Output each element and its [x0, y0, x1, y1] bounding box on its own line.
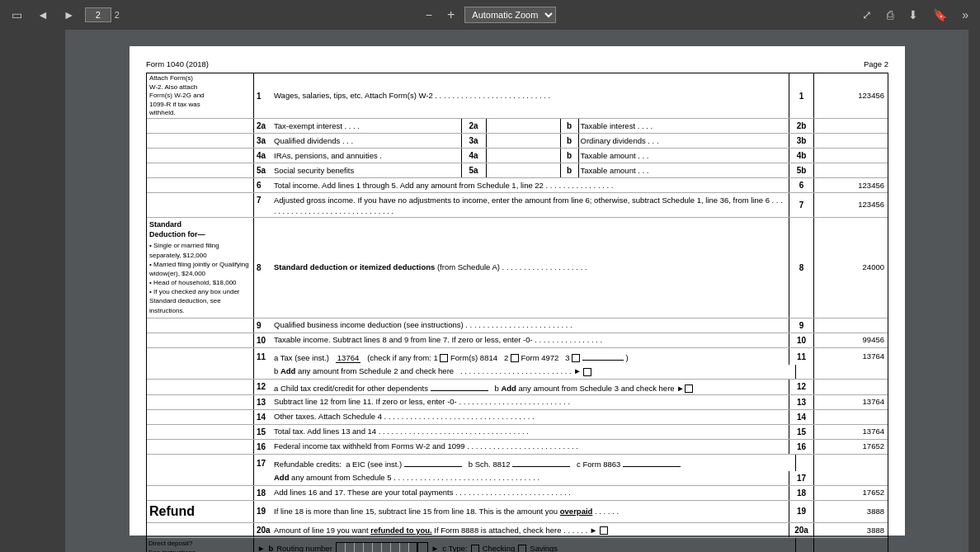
line-amount-14: [813, 410, 888, 424]
line-amount-13: 13764: [813, 395, 888, 409]
line-label-11a: a Tax (see inst.) 13764 (check if any fr…: [272, 349, 789, 364]
line-row-17: 17 Refundable credits: a EIC (see inst.)…: [147, 455, 888, 486]
page-number-input[interactable]: [85, 7, 111, 22]
pdf-page: Form 1040 (2018) Page 2 Attach Form(s)W-…: [130, 46, 905, 535]
line-label-6: Total income. Add lines 1 through 5. Add…: [272, 180, 789, 191]
line-ref-2a: 2a: [461, 119, 486, 133]
line-label-8: Standard deduction or itemized deduction…: [272, 262, 789, 273]
page-header: Form 1040 (2018) Page 2: [146, 59, 888, 69]
line-ref-12: 12: [789, 380, 813, 394]
line-row-9: 9 Qualified business income deduction (s…: [147, 318, 888, 333]
savings-checkbox[interactable]: [518, 545, 526, 552]
std-deduction-box: StandardDeduction for— • Single or marri…: [147, 218, 254, 318]
line-ref-17: 17: [789, 471, 813, 484]
line-label-13: Subtract line 12 from line 11. If zero o…: [272, 396, 789, 408]
line-label-5a: Social security benefits: [272, 165, 461, 177]
zoom-out-button[interactable]: −: [421, 7, 437, 23]
line-row-4: 4a IRAs, pensions, and annuities . 4a b …: [147, 149, 888, 163]
line-label-14: Other taxes. Attach Schedule 4 . . . . .…: [272, 411, 789, 422]
form-title: Form 1040 (2018): [146, 59, 209, 69]
line-row-18: 18 Add lines 16 and 17. These are your t…: [147, 486, 888, 501]
line-ref-8: 8: [789, 218, 813, 318]
line-amount-18: 17652: [813, 486, 888, 500]
line-label-7: Adjusted gross income. If you have no ad…: [272, 195, 789, 217]
line-ref-6: 6: [789, 178, 813, 192]
line-row-13: 13 Subtract line 12 from line 11. If zer…: [147, 395, 888, 410]
line-ref-5a: 5a: [461, 163, 486, 177]
line-amount-17: [813, 471, 888, 484]
line-row-3: 3a Qualified dividends . . . 3a b Ordina…: [147, 134, 888, 149]
line-ref-2b: 2b: [789, 119, 813, 133]
page-total: 2: [115, 10, 120, 20]
more-button[interactable]: »: [957, 7, 973, 23]
left-panel: [0, 30, 66, 552]
line-ref-19: 19: [789, 501, 813, 523]
line-num-10: 10: [254, 335, 272, 346]
line-num-19: 19: [254, 506, 272, 517]
zoom-in-button[interactable]: +: [442, 6, 459, 24]
line-ltr-5b: b: [560, 163, 578, 177]
next-page-button[interactable]: ►: [59, 7, 80, 23]
line-ref-4b: 4b: [789, 149, 813, 163]
line-label-16: Federal income tax withheld from Forms W…: [272, 441, 789, 452]
line-num-16: 16: [254, 441, 272, 452]
line-label-1: Wages, salaries, tips, etc. Attach Form(…: [272, 90, 789, 101]
line-row-20a: 20a Amount of line 19 you want refunded …: [147, 523, 888, 538]
line-amount-12: [813, 380, 888, 394]
line-label-9: Qualified business income deduction (see…: [272, 319, 789, 331]
line-sub-amt-5a: [486, 163, 560, 177]
arrow-b: ►: [257, 544, 265, 552]
line-num-20a: 20a: [254, 525, 272, 535]
line-num-6: 6: [254, 180, 272, 191]
sidebar-toggle-button[interactable]: ▭: [7, 7, 27, 23]
line-ref-20a: 20a: [789, 523, 813, 537]
line-row-5: 5a Social security benefits 5a b Taxable…: [147, 163, 888, 178]
line-row-12: 12 a Child tax credit/credit for other d…: [147, 380, 888, 395]
line-amount-3b: [813, 134, 888, 148]
line-amount-19: 3888: [813, 501, 888, 523]
line-row-7: 7 Adjusted gross income. If you have no …: [147, 193, 888, 218]
line-row-10: 10 Taxable income. Subtract lines 8 and …: [147, 333, 888, 348]
line-amount-6: 123456: [813, 178, 888, 192]
line-label-4a: IRAs, pensions, and annuities .: [272, 150, 461, 162]
zoom-select[interactable]: Automatic Zoom Actual Size Page Fit 50% …: [464, 7, 556, 23]
line-amount-8: 24000: [813, 218, 888, 318]
line-label-3b: Ordinary dividends . . .: [578, 134, 789, 148]
line-num-2a: 2a: [254, 120, 272, 131]
line-row-8: StandardDeduction for— • Single or marri…: [147, 218, 888, 318]
line-num-1: 1: [254, 91, 272, 101]
line-num-9: 9: [254, 320, 272, 331]
line-num-15: 15: [254, 427, 272, 437]
line-num-18: 18: [254, 488, 272, 498]
checking-checkbox[interactable]: [471, 545, 479, 552]
line-amount-11: 13764: [813, 348, 888, 365]
line-label-3a: Qualified dividends . . .: [272, 135, 461, 147]
line-amount-4b: [813, 149, 888, 163]
print-button[interactable]: ⎙: [882, 7, 898, 23]
line-label-15: Total tax. Add lines 13 and 14 . . . . .…: [272, 426, 789, 437]
line-num-3a: 3a: [254, 135, 272, 146]
line-sub-amt-3a: [486, 134, 560, 148]
prev-page-button[interactable]: ◄: [32, 7, 54, 23]
line-num-5a: 5a: [254, 165, 272, 176]
savings-label: Savings: [530, 544, 558, 552]
line-ref-5b: 5b: [789, 163, 813, 177]
line-ref-4a: 4a: [461, 149, 486, 163]
line-amount-10: 99456: [813, 333, 888, 347]
download-button[interactable]: ⬇: [903, 7, 923, 23]
page-container[interactable]: Form 1040 (2018) Page 2 Attach Form(s)W-…: [66, 30, 968, 552]
line-num-8: 8: [254, 262, 272, 273]
line-num-14: 14: [254, 412, 272, 422]
line-label-5b: Taxable amount . . .: [578, 163, 789, 177]
direct-deposit-note: Direct deposit?See instructions.: [147, 538, 254, 552]
arrow-c: ►: [431, 544, 439, 552]
attach-note: Attach Form(s)W-2. Also attachForm(s) W-…: [149, 74, 205, 117]
form-body: Attach Form(s)W-2. Also attachForm(s) W-…: [146, 73, 888, 552]
line-b-label: b: [268, 544, 273, 552]
line-amount-16: 17652: [813, 440, 888, 454]
line-ref-7: 7: [789, 193, 813, 217]
fullscreen-button[interactable]: ⤢: [857, 7, 877, 23]
bookmark-button[interactable]: 🔖: [928, 7, 952, 23]
line-ref-11: 11: [789, 348, 813, 365]
page-number: Page 2: [864, 59, 888, 69]
